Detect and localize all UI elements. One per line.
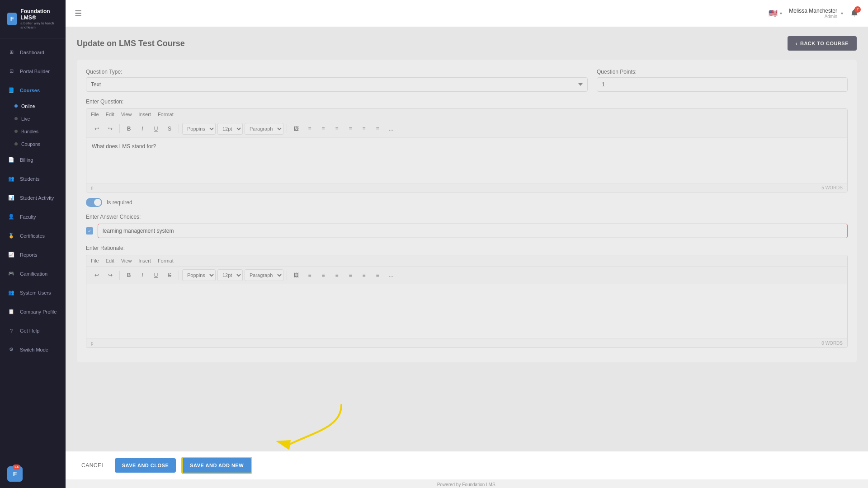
- inactive-dot: [14, 117, 18, 120]
- sidebar-item-student-activity[interactable]: 📊 Student Activity: [0, 188, 66, 207]
- editor-toolbar: ↩ ↪ B I U S Poppins 12pt: [86, 120, 847, 138]
- sidebar-item-certificates[interactable]: 🏅 Certificates: [0, 226, 66, 245]
- language-selector[interactable]: 🇺🇸 ▾: [769, 9, 782, 18]
- sidebar-item-label: Reports: [20, 252, 38, 258]
- cancel-button[interactable]: CANCEL: [77, 459, 109, 472]
- font-size-select[interactable]: 12pt: [217, 269, 243, 281]
- menu-insert[interactable]: Insert: [138, 112, 151, 117]
- paragraph-style-select[interactable]: Paragraph: [245, 269, 283, 281]
- hamburger-button[interactable]: ☰: [75, 9, 82, 19]
- toolbar-undo-btn[interactable]: ↩: [91, 269, 103, 281]
- sidebar-item-coupons[interactable]: Coupons: [14, 138, 66, 150]
- toolbar-align-right-btn[interactable]: ≡: [331, 123, 343, 135]
- save-and-close-button[interactable]: SAVE AND CLOSE: [115, 458, 176, 473]
- sidebar-item-get-help[interactable]: ? Get Help: [0, 321, 66, 340]
- back-to-course-button[interactable]: ‹ BACK TO COURSE: [788, 36, 857, 51]
- toolbar-undo-btn[interactable]: ↩: [91, 123, 103, 135]
- toolbar-underline-btn[interactable]: U: [150, 123, 162, 135]
- user-info[interactable]: Melissa Manchester Admin ▾: [789, 8, 843, 19]
- toolbar-strikethrough-btn[interactable]: S: [164, 269, 175, 281]
- sidebar-item-courses[interactable]: 📘 Courses: [0, 81, 66, 100]
- toolbar-ordered-list-btn[interactable]: ≡: [372, 123, 383, 135]
- sidebar-item-online[interactable]: Online: [14, 100, 66, 113]
- toolbar-align-left-btn[interactable]: ≡: [304, 123, 316, 135]
- answer-input[interactable]: [98, 224, 848, 238]
- sidebar-item-billing[interactable]: 📄 Billing: [0, 150, 66, 169]
- font-family-select[interactable]: Poppins: [182, 123, 216, 135]
- toolbar-separator: [287, 124, 287, 133]
- sidebar-item-portal-builder[interactable]: ⊡ Portal Builder: [0, 62, 66, 81]
- toolbar-list-btn[interactable]: ≡: [358, 269, 370, 281]
- is-required-row: Is required: [86, 198, 848, 207]
- toolbar-align-left-btn[interactable]: ≡: [304, 269, 316, 281]
- sidebar-item-gamification[interactable]: 🎮 Gamification: [0, 264, 66, 283]
- sidebar-item-label: Students: [20, 176, 39, 182]
- word-count: 5 WORDS: [821, 185, 843, 190]
- toolbar-italic-btn[interactable]: I: [137, 269, 148, 281]
- toolbar-more-btn[interactable]: …: [385, 123, 397, 135]
- sidebar-item-company-profile[interactable]: 📋 Company Profile: [0, 302, 66, 321]
- toolbar-align-right-btn[interactable]: ≡: [331, 269, 343, 281]
- save-and-add-new-button[interactable]: SAVE AND ADD NEW: [181, 457, 252, 474]
- inactive-dot: [14, 142, 18, 145]
- menu-file[interactable]: File: [91, 258, 99, 263]
- is-required-label: Is required: [107, 199, 132, 206]
- toolbar-redo-btn[interactable]: ↪: [104, 269, 116, 281]
- question-points-input[interactable]: [597, 77, 848, 92]
- toolbar-italic-btn[interactable]: I: [137, 123, 148, 135]
- menu-format[interactable]: Format: [158, 258, 174, 263]
- toolbar-align-justify-btn[interactable]: ≡: [344, 269, 356, 281]
- menu-edit[interactable]: Edit: [106, 258, 114, 263]
- toolbar-list-btn[interactable]: ≡: [358, 123, 370, 135]
- sidebar-item-faculty[interactable]: 👤 Faculty: [0, 207, 66, 226]
- sidebar-footer[interactable]: F 24: [0, 460, 30, 488]
- bottom-section: CANCEL SAVE AND CLOSE SAVE AND ADD NEW P…: [66, 451, 868, 488]
- sidebar-item-switch-mode[interactable]: ⚙ Switch Mode: [0, 340, 66, 359]
- toolbar-bold-btn[interactable]: B: [123, 269, 135, 281]
- toolbar-ordered-list-btn[interactable]: ≡: [372, 269, 383, 281]
- sidebar-item-label: Dashboard: [20, 50, 44, 55]
- sidebar-item-label: Portal Builder: [20, 69, 50, 74]
- sidebar: F Foundation LMS® a better way to teach …: [0, 0, 66, 488]
- chevron-down-icon: ▾: [841, 11, 843, 16]
- toolbar-align-center-btn[interactable]: ≡: [317, 123, 329, 135]
- font-size-select[interactable]: 12pt: [217, 123, 243, 135]
- is-required-toggle[interactable]: [86, 198, 102, 207]
- sidebar-item-reports[interactable]: 📈 Reports: [0, 245, 66, 264]
- sidebar-item-students[interactable]: 👥 Students: [0, 169, 66, 188]
- main-wrapper: ☰ 🇺🇸 ▾ Melissa Manchester Admin ▾ 7: [66, 0, 868, 488]
- menu-format[interactable]: Format: [158, 112, 174, 117]
- toolbar-align-justify-btn[interactable]: ≡: [344, 123, 356, 135]
- menu-view[interactable]: View: [121, 112, 132, 117]
- paragraph-style-select[interactable]: Paragraph: [245, 123, 283, 135]
- question-editor: File Edit View Insert Format ↩ ↪ B I U S: [86, 108, 848, 192]
- top-header: ☰ 🇺🇸 ▾ Melissa Manchester Admin ▾ 7: [66, 0, 868, 27]
- menu-insert[interactable]: Insert: [138, 258, 151, 263]
- toolbar-image-btn[interactable]: 🖼: [290, 123, 302, 135]
- menu-view[interactable]: View: [121, 258, 132, 263]
- sidebar-item-system-users[interactable]: 👥 System Users: [0, 283, 66, 302]
- company-profile-icon: 📋: [7, 308, 15, 316]
- rationale-editor-body[interactable]: [86, 284, 847, 338]
- menu-file[interactable]: File: [91, 112, 99, 117]
- sidebar-item-label: Get Help: [20, 328, 39, 333]
- sidebar-item-dashboard[interactable]: ⊞ Dashboard: [0, 43, 66, 62]
- font-family-select[interactable]: Poppins: [182, 269, 216, 281]
- toolbar-underline-btn[interactable]: U: [150, 269, 162, 281]
- question-editor-body[interactable]: What does LMS stand for?: [86, 138, 847, 183]
- toolbar-strikethrough-btn[interactable]: S: [164, 123, 175, 135]
- menu-edit[interactable]: Edit: [106, 112, 114, 117]
- toolbar-more-btn[interactable]: …: [385, 269, 397, 281]
- courses-sub-nav: Online Live Bundles Coupons: [0, 100, 66, 150]
- question-text: What does LMS stand for?: [92, 143, 842, 150]
- toolbar-bold-btn[interactable]: B: [123, 123, 135, 135]
- toolbar-redo-btn[interactable]: ↪: [104, 123, 116, 135]
- toolbar-align-center-btn[interactable]: ≡: [317, 269, 329, 281]
- answer-checkbox[interactable]: [86, 227, 93, 235]
- toolbar-image-btn[interactable]: 🖼: [290, 269, 302, 281]
- sidebar-item-live[interactable]: Live: [14, 113, 66, 125]
- notification-bell[interactable]: 7: [850, 8, 859, 19]
- sidebar-item-bundles[interactable]: Bundles: [14, 125, 66, 138]
- question-type-select[interactable]: Text Multiple Choice True/False Short An…: [86, 77, 588, 92]
- back-arrow-icon: ‹: [796, 41, 797, 46]
